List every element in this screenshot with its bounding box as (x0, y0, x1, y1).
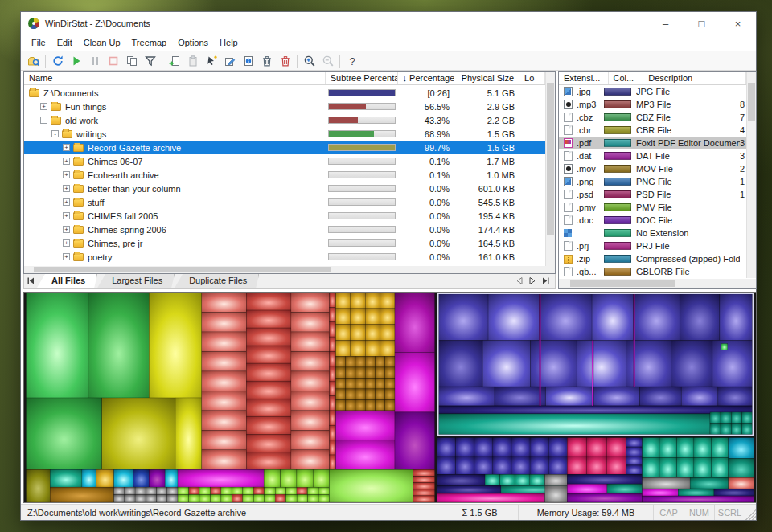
extension-header-col0[interactable]: Extensi... (559, 72, 609, 84)
percentage-value: 0.0% (399, 184, 456, 194)
extension-row[interactable]: .movMOV File2 (559, 162, 746, 175)
tab-next-icon[interactable] (526, 274, 539, 288)
color-swatch (604, 178, 631, 186)
trash-red-icon[interactable] (276, 52, 294, 69)
menu-item-treemap[interactable]: Treemap (126, 36, 173, 49)
extension-row[interactable]: .jpgJPG File (559, 85, 746, 98)
file-info-icon[interactable] (239, 52, 257, 69)
extension-horizontal-scrollbar[interactable] (559, 279, 746, 288)
tree-header-physical-size[interactable]: Physical Size (454, 72, 519, 84)
page-filetype-icon (563, 241, 574, 251)
extension-row[interactable]: .psdPSD File1 (559, 188, 746, 201)
menu-item-options[interactable]: Options (172, 36, 214, 49)
tree-header-name[interactable]: Name (24, 72, 326, 84)
expand-icon[interactable]: + (63, 198, 70, 206)
edit-properties-icon[interactable] (220, 52, 239, 69)
extension-row[interactable]: .pmvPMV File (559, 201, 746, 214)
extension-row[interactable]: .cbzCBZ File7 (559, 111, 746, 124)
tree-header-subtree-percentage[interactable]: Subtree Percentage (326, 72, 398, 84)
maximize-button[interactable]: □ (684, 12, 720, 35)
extension-description: GBLORB File (636, 267, 740, 276)
play-icon[interactable] (67, 52, 85, 69)
extension-vertical-scrollbar[interactable] (746, 72, 756, 278)
extension-row[interactable]: .docDOC File (559, 214, 746, 227)
extension-row[interactable]: .zipCompressed (zipped) Folder (559, 252, 746, 265)
help-icon[interactable]: ? (343, 52, 361, 69)
expand-icon[interactable]: + (63, 185, 70, 192)
tree-row[interactable]: +Chimes 06-070.1%1.7 MB (24, 154, 545, 168)
extension-row[interactable]: .qb...GBLORB File (559, 265, 746, 278)
tree-vertical-scrollbar[interactable] (545, 72, 555, 268)
folder-icon (73, 158, 84, 166)
treemap-canvas[interactable] (24, 293, 756, 502)
expand-icon[interactable]: + (63, 144, 70, 151)
trash-icon[interactable] (257, 52, 276, 69)
expand-icon[interactable]: + (40, 103, 47, 110)
physical-size-value: 174.4 KB (456, 225, 521, 235)
tree-horizontal-scrollbar[interactable] (24, 266, 545, 273)
extension-row[interactable]: .pdfFoxit PDF Editor Document3 (559, 137, 746, 149)
collapse-icon[interactable]: - (40, 117, 47, 124)
tree-row[interactable]: Z:\Documents[0:26]5.1 GB (24, 86, 545, 100)
tree-row[interactable]: +CHIMES fall 20050.0%195.4 KB (24, 209, 545, 223)
status-lock-cap: CAP (653, 505, 684, 520)
extension-row[interactable]: .mp3MP3 File8 (559, 98, 746, 111)
cursor-point-icon[interactable] (202, 52, 220, 69)
menu-item-edit[interactable]: Edit (51, 36, 78, 49)
extension-row[interactable]: .pngPNG File1 (559, 175, 746, 188)
tree-row[interactable]: +Record-Gazette archive99.7%1.5 GB (24, 141, 545, 154)
expand-icon[interactable]: + (63, 239, 70, 247)
tree-row[interactable]: +poetry0.0%161.0 KB (24, 250, 545, 264)
tree-row[interactable]: +Ecohearth archive0.1%1.0 MB (24, 168, 545, 182)
tab-prev-icon[interactable] (513, 274, 526, 288)
expand-icon[interactable]: + (63, 212, 70, 219)
zoom-in-icon[interactable] (300, 52, 318, 69)
paste-icon[interactable] (183, 52, 202, 69)
extension-row[interactable]: No Extension (559, 227, 746, 239)
refresh-icon[interactable] (48, 52, 67, 69)
open-folder-icon[interactable] (24, 52, 43, 69)
tab-last-icon[interactable] (539, 274, 552, 288)
extension-count: 4 (740, 125, 746, 135)
expand-icon[interactable]: + (63, 158, 70, 165)
tree-row[interactable]: +Chimes, pre jr0.0%164.5 KB (24, 236, 545, 250)
menu-item-help[interactable]: Help (214, 36, 244, 49)
expand-icon[interactable]: + (63, 253, 70, 260)
folder-icon (73, 198, 84, 207)
extension-count: 8 (740, 100, 746, 109)
zoom-out-icon[interactable] (318, 52, 337, 69)
tab-first-icon[interactable] (24, 274, 37, 288)
extension-header-col1[interactable]: Col... (609, 72, 644, 84)
tree-row[interactable]: +better than your column0.0%601.0 KB (24, 182, 545, 195)
tab-largest-files[interactable]: Largest Files (97, 274, 175, 288)
tab-duplicate-files[interactable]: Duplicate Files (175, 274, 259, 288)
collapse-icon[interactable]: - (51, 130, 59, 137)
extension-header-col2[interactable]: Description (643, 72, 746, 84)
tab-all-files[interactable]: All Files (37, 274, 97, 288)
pause-icon[interactable] (85, 52, 104, 69)
extension-row[interactable]: .cbrCBR File4 (559, 124, 746, 137)
toolbar-separator (162, 55, 162, 68)
expand-icon[interactable]: + (63, 226, 70, 233)
extension-label: .cbz (577, 113, 604, 122)
tree-row[interactable]: +Chimes spring 20060.0%174.4 KB (24, 223, 545, 236)
tree-header-lo[interactable]: Lo (519, 72, 545, 84)
minimize-button[interactable]: – (647, 12, 684, 35)
tree-row[interactable]: +stuff0.0%545.5 KB (24, 195, 545, 209)
close-button[interactable]: × (720, 12, 756, 35)
menu-item-file[interactable]: File (26, 36, 51, 49)
filter-icon[interactable] (141, 52, 159, 69)
copy-item-icon[interactable] (122, 52, 141, 69)
title-bar[interactable]: WinDirStat - Z:\Documents – □ × (21, 12, 756, 35)
extension-row[interactable]: .prjPRJ File (559, 239, 746, 252)
extension-row[interactable]: .datDAT File3 (559, 149, 746, 162)
expand-icon[interactable]: + (63, 171, 70, 178)
tree-row[interactable]: -old work43.3%2.2 GB (24, 113, 545, 127)
resize-grip-icon[interactable] (745, 505, 756, 520)
tree-header---percentage[interactable]: ↓ Percentage (398, 72, 455, 84)
tree-row[interactable]: -writings68.9%1.5 GB (24, 127, 545, 141)
stop-icon[interactable] (104, 52, 122, 69)
paste-new-icon[interactable] (165, 52, 183, 69)
menu-item-clean-up[interactable]: Clean Up (78, 36, 126, 49)
tree-row[interactable]: +Fun things56.5%2.9 GB (24, 100, 545, 113)
